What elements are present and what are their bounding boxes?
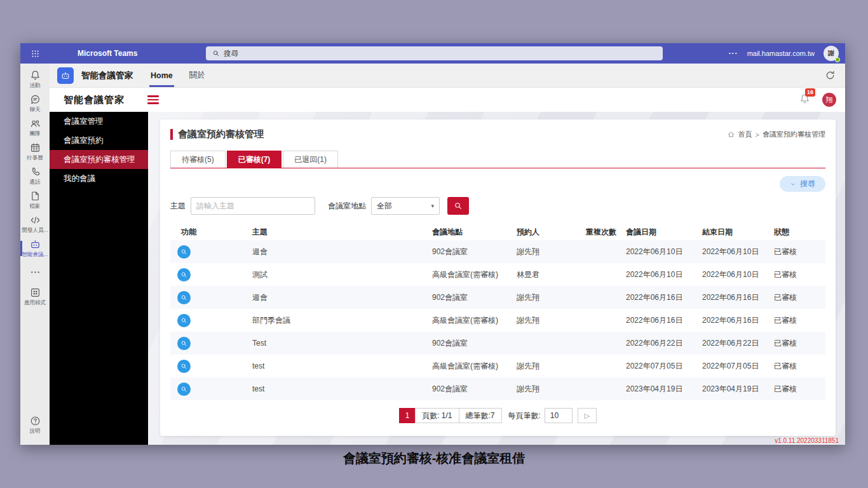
- rail-item-label: 智能會議...: [22, 251, 48, 259]
- refresh-icon[interactable]: [824, 69, 836, 81]
- sidebar-item-my-meetings[interactable]: 我的會議: [50, 169, 148, 188]
- sidebar-item-room-management[interactable]: 會議室管理: [50, 112, 148, 131]
- teams-search-input[interactable]: 搜尋: [206, 46, 663, 60]
- breadcrumb-separator: >: [756, 131, 759, 139]
- caption-text: 會議室預約審核-核准會議室租借: [0, 450, 868, 467]
- sidebar-item-reservation-review[interactable]: 會議室預約審核管理: [50, 150, 148, 169]
- rail-item-label: 行事曆: [27, 154, 43, 162]
- version-label: v1.0.11.202203311851: [775, 437, 839, 444]
- sidebar-item-room-reservation[interactable]: 會議室預約: [50, 131, 148, 150]
- menu-toggle-button[interactable]: [147, 95, 159, 104]
- rail-item-activity[interactable]: 活動: [20, 67, 50, 92]
- location-select[interactable]: 全部 ▾: [371, 197, 440, 215]
- help-icon: [29, 415, 41, 427]
- avatar-initial: 謝: [828, 49, 834, 58]
- subject-label: 主題: [170, 201, 186, 212]
- actions-cell: [170, 245, 252, 259]
- app-tab-title: 智能會議管家: [81, 70, 133, 81]
- next-page-button[interactable]: ▷: [578, 408, 597, 423]
- reserver-cell: 謝先翔: [517, 384, 586, 395]
- current-page-button[interactable]: 1: [399, 408, 416, 423]
- magnifier-icon: [180, 317, 187, 324]
- end-date-cell: 2022年06月16日: [702, 315, 774, 326]
- rail-item-label: 檔案: [30, 203, 41, 210]
- subject-cell: 週會: [252, 292, 432, 303]
- rail-item-label: 說明: [30, 428, 41, 435]
- start-date-cell: 2022年06月22日: [626, 338, 702, 349]
- view-details-button[interactable]: [177, 314, 191, 327]
- tab-approved[interactable]: 已審核(7): [227, 151, 282, 168]
- search-icon: [212, 50, 220, 57]
- app-tab-bar: 智能會議管家 Home關於: [50, 64, 845, 88]
- waffle-icon: [31, 49, 40, 58]
- notifications-button[interactable]: 16: [799, 93, 811, 107]
- rail-item-files[interactable]: 檔案: [20, 188, 50, 212]
- subject-cell: 週會: [252, 247, 432, 257]
- end-date-cell: 2022年06月16日: [702, 292, 774, 303]
- column-header: 功能: [170, 227, 252, 238]
- tab-returned[interactable]: 已退回(1): [283, 151, 338, 168]
- subject-input[interactable]: [191, 197, 315, 215]
- teams-tab-about[interactable]: 關於: [189, 64, 205, 87]
- view-details-button[interactable]: [177, 383, 191, 396]
- view-details-button[interactable]: [177, 268, 191, 281]
- developer-icon: [29, 214, 41, 226]
- teams-tab-home[interactable]: Home: [151, 64, 173, 87]
- end-date-cell: 2022年06月22日: [702, 338, 774, 349]
- view-details-button[interactable]: [177, 291, 191, 304]
- location-cell: 902會議室: [432, 384, 517, 395]
- table-row: 部門季會議高級會議室(需審核)謝先翔2022年06月16日2022年06月16日…: [170, 309, 825, 332]
- home-icon: [727, 130, 735, 139]
- table-row: 測試高級會議室(需審核)林昱君2022年06月10日2022年06月10日已審核: [170, 263, 825, 286]
- total-count: 總筆數:7: [459, 408, 502, 423]
- table-row: 週會902會議室謝先翔2022年06月10日2022年06月10日已審核: [170, 240, 825, 263]
- more-options-button[interactable]: ···: [729, 49, 738, 58]
- rail-item-label: 聊天: [30, 106, 41, 114]
- teams-bar-right: ··· mail.hamastar.com.tw 謝: [729, 46, 839, 61]
- rail-item-chat[interactable]: 聊天: [20, 92, 50, 116]
- view-details-button[interactable]: [177, 245, 191, 259]
- column-header: 會議日期: [626, 227, 702, 238]
- rail-item-calendar[interactable]: 行事曆: [20, 140, 50, 164]
- view-details-button[interactable]: [177, 337, 191, 350]
- app-tabs: Home關於: [151, 64, 205, 87]
- teams-window: Microsoft Teams 搜尋 ··· mail.hamastar.com…: [20, 43, 845, 445]
- rail-item-label: 開發人員...: [22, 227, 48, 234]
- page-title-text: 會議室預約審核管理: [178, 128, 264, 140]
- breadcrumb-home[interactable]: 首頁: [738, 130, 752, 139]
- bot-icon: [60, 71, 71, 81]
- column-header: 狀態: [774, 227, 825, 238]
- view-details-button[interactable]: [177, 360, 191, 373]
- per-page-label: 每頁筆數:: [508, 410, 541, 421]
- rail-item-developer[interactable]: 開發人員...: [20, 212, 50, 236]
- rail-item-more[interactable]: [20, 261, 50, 285]
- start-date-cell: 2022年06月10日: [626, 247, 702, 257]
- search-toggle-button[interactable]: 搜尋: [780, 176, 825, 192]
- start-date-cell: 2023年04月19日: [626, 384, 702, 395]
- subject-cell: test: [252, 362, 432, 370]
- rail-item-label: 活動: [30, 82, 41, 90]
- title-accent-bar: [170, 129, 173, 140]
- rail-item-smart-meeting[interactable]: 智能會議...: [20, 236, 50, 261]
- table-body: 週會902會議室謝先翔2022年06月10日2022年06月10日已審核測試高級…: [170, 240, 825, 400]
- rail-item-help[interactable]: 說明: [20, 413, 50, 437]
- per-page-input[interactable]: [545, 408, 573, 423]
- search-button[interactable]: [447, 197, 469, 215]
- pagination: 1 頁數: 1/1 總筆數:7 每頁筆數: ▷: [170, 408, 825, 423]
- results-table: 功能主題會議地點預約人重複次數會議日期結束日期狀態 週會902會議室謝先翔202…: [170, 224, 825, 400]
- app-header-right: 16 翔: [799, 93, 836, 107]
- rail-item-apps[interactable]: 應用程式: [20, 285, 50, 309]
- app-launcher-button[interactable]: [20, 49, 50, 58]
- end-date-cell: 2022年06月10日: [702, 247, 774, 257]
- tab-pending[interactable]: 待審核(5): [170, 151, 226, 168]
- user-avatar[interactable]: 翔: [822, 93, 836, 107]
- table-row: test902會議室謝先翔2023年04月19日2023年04月19日已審核: [170, 377, 825, 400]
- magnifier-icon: [180, 386, 187, 393]
- teams-avatar[interactable]: 謝: [824, 46, 839, 61]
- rail-item-teams[interactable]: 團隊: [20, 116, 50, 140]
- rail-item-calls[interactable]: 通話: [20, 164, 50, 188]
- table-row: test高級會議室(需審核)謝先翔2022年07月05日2022年07月05日已…: [170, 355, 825, 377]
- apps-icon: [29, 287, 41, 299]
- table-header-row: 功能主題會議地點預約人重複次數會議日期結束日期狀態: [170, 224, 825, 240]
- filter-bar: 主題 會議室地點 全部 ▾: [170, 197, 825, 215]
